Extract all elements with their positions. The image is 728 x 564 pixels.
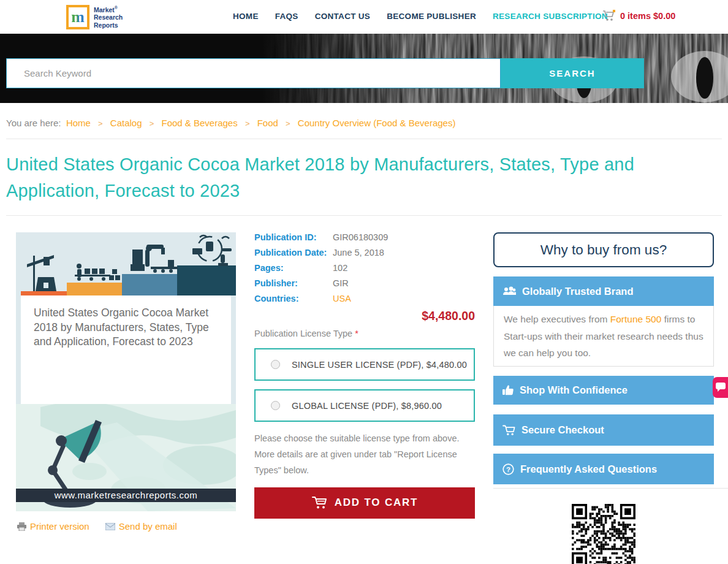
nav-become-publisher[interactable]: BECOME PUBLISHER	[387, 12, 476, 21]
why-buy-sidebar: Why to buy from us? Globally Trusted Bra…	[493, 232, 714, 564]
purchase-column: Publication ID: GIR06180309 Publication …	[254, 232, 475, 518]
cover-map-section: www.marketresearchreports.com	[16, 404, 236, 511]
cover-website-bar: www.marketresearchreports.com	[16, 489, 236, 502]
publication-date-label: Publication Date:	[254, 248, 333, 258]
registered-mark: ®	[115, 6, 118, 10]
divider	[6, 139, 722, 139]
product-content: United States Organic Cocoa Market 2018 …	[0, 232, 728, 564]
search-input[interactable]	[6, 58, 501, 88]
countries-label: Countries:	[254, 294, 333, 304]
detail-row: Pages: 102	[254, 263, 475, 273]
thumbs-up-icon	[502, 385, 514, 395]
secure-checkout-bar[interactable]: Secure Checkout	[493, 414, 714, 446]
pages-label: Pages:	[254, 263, 333, 273]
question-circle-icon: ?	[502, 463, 514, 475]
countries-value-link[interactable]: USA	[333, 294, 351, 304]
industry-steps-illustration	[16, 232, 236, 295]
site-header: m Market® Research Reports HOME FAQS CON…	[0, 0, 728, 34]
add-to-cart-button[interactable]: ADD TO CART	[254, 487, 475, 519]
single-user-license-option[interactable]: SINGLE USER LICENSE (PDF), $4,480.00	[254, 348, 475, 381]
send-by-email-link[interactable]: Send by email	[105, 521, 177, 532]
nav-research-subscription[interactable]: RESEARCH SUBSCRIPTION	[493, 12, 608, 21]
printer-icon	[17, 522, 26, 531]
search-bar: SEARCH	[6, 58, 644, 88]
breadcrumb-country-overview[interactable]: Country Overview (Food & Beverages)	[298, 118, 456, 128]
logo-m-glyph: m	[71, 9, 85, 25]
cart-icon	[502, 425, 515, 436]
fortune-500-link[interactable]: Fortune 500	[610, 314, 662, 324]
breadcrumb-separator: >	[150, 119, 154, 128]
trusted-brand-description: We help executives from Fortune 500 firm…	[493, 306, 714, 367]
logo-monogram-box: m	[66, 5, 89, 29]
breadcrumb-home[interactable]: Home	[66, 118, 91, 128]
page-title: United States Organic Cocoa Market 2018 …	[6, 151, 692, 204]
cart-icon	[311, 496, 327, 509]
required-asterisk: *	[355, 329, 358, 338]
divider	[6, 215, 722, 216]
breadcrumb-food[interactable]: Food	[257, 118, 278, 128]
publication-id-label: Publication ID:	[254, 232, 333, 243]
detail-row: Publication Date: June 5, 2018	[254, 248, 475, 258]
breadcrumb-catalog[interactable]: Catalog	[110, 118, 142, 128]
publication-date-value: June 5, 2018	[333, 248, 384, 258]
document-action-links: Printer version Send by email	[17, 521, 236, 532]
chat-bubble-icon	[716, 383, 726, 389]
detail-row: Publisher: GIR	[254, 278, 475, 289]
cover-title-text: United States Organic Cocoa Market 2018 …	[21, 295, 231, 404]
cart-summary[interactable]: 0 items $0.00	[602, 10, 675, 22]
license-type-label: Publication License Type *	[254, 329, 475, 338]
divider	[493, 488, 728, 489]
publication-id-value: GIR06180309	[333, 232, 388, 243]
breadcrumb-separator: >	[245, 119, 250, 128]
logo-wordmark: Market® Research Reports	[94, 6, 123, 29]
breadcrumb-separator: >	[286, 119, 290, 128]
breadcrumb: You are here: Home > Catalog > Food & Be…	[6, 118, 728, 128]
cart-count-total: 0 items $0.00	[620, 11, 675, 21]
search-banner: SEARCH	[0, 34, 728, 103]
product-price: $4,480.00	[254, 309, 475, 323]
radio-button[interactable]	[271, 360, 280, 369]
svg-text:?: ?	[506, 465, 510, 473]
global-license-option[interactable]: GLOBAL LICENSE (PDF), $8,960.00	[254, 389, 475, 422]
detail-row: Countries: USA	[254, 294, 475, 304]
site-logo[interactable]: m Market® Research Reports	[66, 5, 123, 29]
frequently-asked-questions-bar[interactable]: ? Frequently Asked Questions	[493, 454, 714, 484]
globally-trusted-brand-bar[interactable]: Globally Trusted Brand	[493, 276, 714, 306]
publisher-value: GIR	[333, 278, 349, 289]
breadcrumb-food-beverages[interactable]: Food & Beverages	[161, 118, 237, 128]
live-chat-button[interactable]	[713, 377, 728, 398]
license-note: Please choose the suitable license type …	[254, 431, 475, 478]
why-to-buy-heading[interactable]: Why to buy from us?	[493, 232, 714, 267]
breadcrumb-separator: >	[98, 119, 103, 128]
breadcrumb-prefix: You are here:	[6, 118, 61, 128]
product-cover-column: United States Organic Cocoa Market 2018 …	[16, 232, 236, 532]
product-cover-image: United States Organic Cocoa Market 2018 …	[16, 232, 236, 511]
email-icon	[105, 523, 115, 530]
shop-with-confidence-bar[interactable]: Shop With Confidence	[493, 376, 714, 405]
pages-value: 102	[333, 263, 347, 273]
users-group-icon	[502, 286, 516, 296]
cart-icon	[602, 10, 616, 22]
nav-contact-us[interactable]: CONTACT US	[315, 12, 371, 21]
nav-faqs[interactable]: FAQS	[275, 12, 298, 21]
radio-button[interactable]	[271, 401, 280, 410]
nav-home[interactable]: HOME	[233, 12, 259, 21]
detail-row: Publication ID: GIR06180309	[254, 232, 475, 243]
printer-version-link[interactable]: Printer version	[17, 521, 89, 532]
qr-code	[572, 504, 635, 564]
search-button[interactable]: SEARCH	[501, 58, 644, 88]
main-nav: HOME FAQS CONTACT US BECOME PUBLISHER RE…	[233, 12, 608, 21]
publisher-label: Publisher:	[254, 278, 333, 289]
